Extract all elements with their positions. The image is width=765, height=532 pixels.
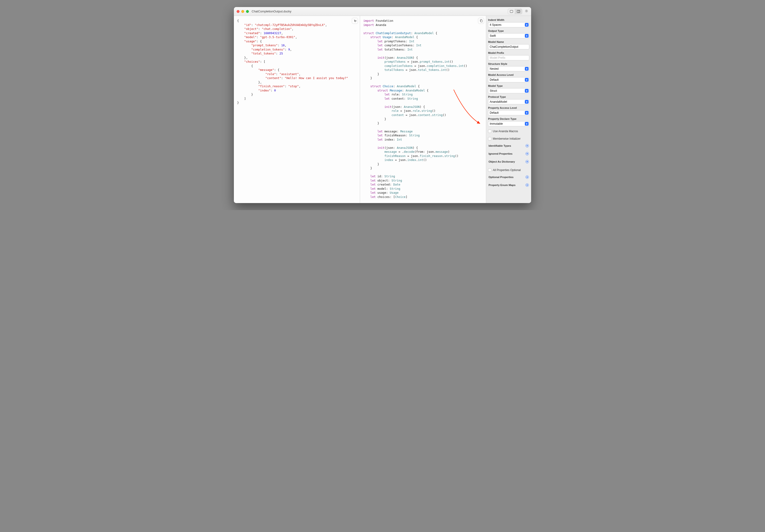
plus-icon: [525, 183, 529, 187]
settings-pane: Indent Width 4 Spaces Output Type Swift …: [486, 16, 531, 203]
layout-segmented-control: [508, 9, 522, 14]
chevron-updown-icon: [525, 78, 528, 82]
identifiable-types-section[interactable]: Identifiable Types: [488, 142, 529, 149]
plus-icon: [525, 144, 529, 147]
traffic-lights: [237, 10, 249, 13]
model-type-label: Model Type: [488, 85, 529, 87]
minimize-button[interactable]: [241, 10, 244, 13]
indent-width-select[interactable]: 4 Spaces: [488, 22, 529, 27]
property-declare-type-label: Property Declare Type: [488, 118, 529, 120]
chevron-updown-icon: [525, 23, 528, 27]
copy-output-button[interactable]: [478, 18, 484, 24]
model-access-level-select[interactable]: Default: [488, 77, 529, 82]
output-type-label: Output Type: [488, 30, 529, 32]
optional-properties-section[interactable]: Optional Properties: [488, 173, 529, 181]
property-access-level-select[interactable]: Default: [488, 110, 529, 115]
structure-style-select[interactable]: Nested: [488, 66, 529, 71]
model-prefix-label: Model Prefix: [488, 52, 529, 54]
svg-rect-0: [510, 10, 513, 13]
protocol-type-label: Protocol Type: [488, 96, 529, 98]
indent-width-label: Indent Width: [488, 19, 529, 21]
close-button[interactable]: [237, 10, 240, 13]
object-as-dictionary-section[interactable]: Object As Dictionary: [488, 158, 529, 165]
layout-single-button[interactable]: [508, 9, 515, 14]
swift-output-pane: import Foundation import Ananda struct C…: [360, 16, 486, 203]
plus-icon: [525, 175, 529, 179]
chevron-updown-icon: [525, 122, 528, 126]
use-ananda-macros-checkbox[interactable]: Use Ananda Macros: [488, 129, 529, 133]
property-access-level-label: Property Access Level: [488, 107, 529, 109]
chevron-updown-icon: [525, 34, 528, 38]
model-name-label: Model Name: [488, 41, 529, 43]
model-name-input[interactable]: ChatCompletionOutput: [488, 44, 529, 49]
chevron-updown-icon: [525, 89, 528, 93]
json-input-pane: { "id": "chatcmpl-72yPTB5AukZUhXAEmkQy5B…: [234, 16, 360, 203]
format-json-button[interactable]: [352, 18, 358, 24]
svg-rect-1: [517, 10, 520, 13]
protocol-type-select[interactable]: AnandaModel: [488, 99, 529, 104]
svg-rect-6: [480, 20, 482, 22]
checkbox-icon: [488, 130, 491, 133]
memberwise-initializer-checkbox[interactable]: Memberwise Initializer: [488, 136, 529, 141]
chevron-updown-icon: [525, 67, 528, 71]
property-declare-type-select[interactable]: Immutable: [488, 121, 529, 126]
json-input-code[interactable]: { "id": "chatcmpl-72yPTB5AukZUhXAEmkQy5B…: [234, 16, 360, 108]
layout-split-button[interactable]: [515, 9, 522, 14]
svg-point-3: [525, 10, 528, 12]
plus-icon: [525, 152, 529, 155]
property-enum-maps-section[interactable]: Property Enum Maps: [488, 181, 529, 188]
settings-gear-icon[interactable]: [524, 9, 528, 14]
chevron-updown-icon: [525, 100, 528, 104]
content-area: { "id": "chatcmpl-72yPTB5AukZUhXAEmkQy5B…: [234, 16, 531, 203]
structure-style-label: Structure Style: [488, 63, 529, 65]
model-prefix-input[interactable]: Model Prefix: [488, 55, 529, 60]
ignored-properties-section[interactable]: Ignored Properties: [488, 150, 529, 157]
toolbar-right: [508, 9, 528, 14]
checkbox-icon: [488, 137, 491, 140]
checkbox-icon: [488, 168, 491, 172]
titlebar: ChatCompletionOutput.ducky: [234, 7, 531, 16]
swift-output-code[interactable]: import Foundation import Ananda struct C…: [360, 16, 486, 203]
svg-point-4: [526, 11, 527, 11]
window-title: ChatCompletionOutput.ducky: [252, 10, 292, 13]
app-window: ChatCompletionOutput.ducky { "id": "chat…: [234, 7, 531, 203]
plus-icon: [525, 160, 529, 163]
chevron-updown-icon: [525, 111, 528, 115]
zoom-button[interactable]: [246, 10, 249, 13]
model-access-level-label: Model Access Level: [488, 74, 529, 76]
output-type-select[interactable]: Swift: [488, 33, 529, 38]
model-type-select[interactable]: Struct: [488, 88, 529, 93]
all-properties-optional-checkbox[interactable]: All Properties Optional: [488, 168, 529, 172]
